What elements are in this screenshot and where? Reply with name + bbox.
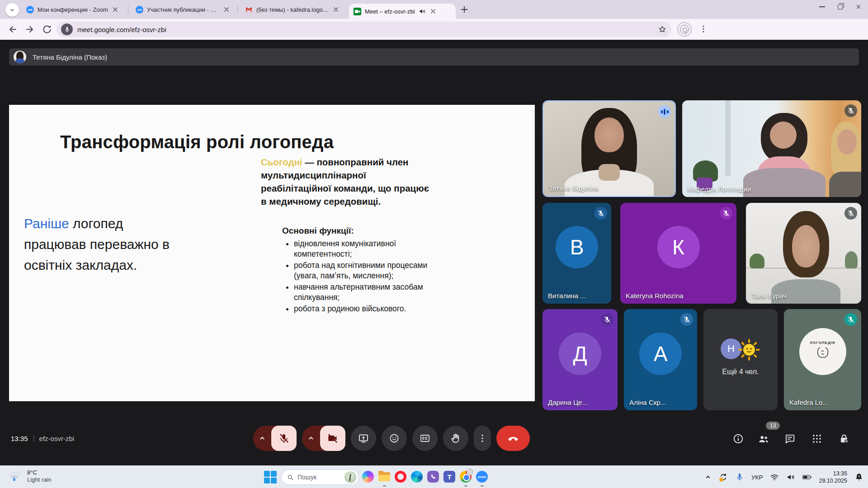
mic-off-icon — [844, 313, 857, 326]
close-tab-icon[interactable] — [429, 8, 437, 15]
raise-hand-button[interactable] — [443, 426, 468, 451]
participant-tile-more-people[interactable]: Н Ещё 4 чел. — [703, 309, 778, 410]
info-icon — [732, 433, 744, 445]
tab-meet-active[interactable]: Meet – efz-osvr-zbi — [349, 4, 456, 19]
sync-tray-icon[interactable] — [719, 473, 728, 482]
battery-icon[interactable] — [802, 473, 811, 482]
participant-tile-tetyana[interactable]: Тетяна Бідуліна — [542, 100, 676, 197]
copilot-app-icon[interactable] — [362, 470, 374, 483]
browser-profile-avatar[interactable] — [677, 22, 692, 37]
file-explorer-app-icon[interactable] — [378, 470, 391, 483]
participant-tile-vitalina[interactable]: В Виталина ... — [542, 203, 611, 304]
participant-tile-tanya[interactable]: Таня Курач — [746, 203, 861, 304]
tab-gmail[interactable]: (без темы) - kafedra.logo.sspu2 — [241, 0, 344, 19]
close-window-button[interactable] — [855, 4, 862, 10]
weather-temperature: 8°C — [27, 469, 51, 476]
sun-avatar-icon — [738, 338, 760, 361]
restore-button[interactable] — [838, 5, 843, 9]
slide-right-text: Сьогодні — повноправний член мультидисци… — [261, 155, 432, 208]
screen: { "browser": { "tabs": [ { "title": "Мои… — [0, 0, 868, 488]
participant-tile-alina[interactable]: А Аліна Скр... — [624, 309, 697, 410]
svg-text:z: z — [858, 474, 860, 478]
function-item: відновлення комунікативної компетентност… — [294, 239, 434, 259]
back-button[interactable] — [7, 24, 18, 35]
edge-app-icon[interactable] — [410, 470, 423, 483]
avatar: К — [657, 226, 700, 268]
url-text[interactable]: meet.google.com/efz-osvr-zbi — [77, 26, 166, 33]
browser-toolbar: meet.google.com/efz-osvr-zbi — [0, 19, 868, 40]
clock[interactable]: 13:35 29.10.2025 — [819, 470, 847, 484]
mic-muted-button[interactable] — [271, 426, 297, 451]
start-button[interactable] — [264, 470, 277, 484]
slide-functions-list: відновлення комунікативної компетентност… — [294, 239, 434, 315]
participants-button[interactable] — [754, 429, 773, 448]
reload-button[interactable] — [42, 24, 52, 35]
tab-separator — [128, 5, 128, 14]
participant-tile-daryna[interactable]: Д Дарина Це... — [542, 309, 618, 410]
browser-tab-bar: zm Мои конференции - Zoom zm Участник пу… — [0, 0, 868, 19]
stacked-avatars: Н — [721, 338, 760, 361]
chevron-up-icon — [258, 434, 266, 442]
mic-off-icon — [844, 104, 857, 117]
taskbar-search[interactable]: Пошук — [281, 469, 359, 485]
participant-tile-kafedra-logo[interactable]: ЛОГОПЕДІЯ Kafedra Lo... — [784, 309, 861, 410]
more-options-button[interactable] — [474, 426, 491, 451]
chat-button[interactable] — [780, 429, 799, 448]
function-item: робота над когнітивними процесами (увага… — [294, 260, 434, 281]
browser-menu-icon[interactable] — [698, 24, 708, 34]
logo-avatar: ЛОГОПЕДІЯ — [799, 328, 846, 375]
zoom-app-icon[interactable]: zoom — [476, 470, 488, 483]
participant-name: Виталина ... — [548, 292, 586, 300]
volume-icon[interactable] — [786, 473, 795, 482]
address-bar[interactable]: meet.google.com/efz-osvr-zbi — [57, 22, 671, 37]
tab-title: Участник публикации - Zoom — [147, 6, 219, 13]
weather-widget[interactable]: 8°C Light rain — [7, 468, 51, 484]
call-controls — [253, 426, 530, 451]
gmail-favicon — [245, 6, 253, 14]
tab-audio-icon[interactable] — [419, 8, 426, 15]
slide-left-text: Раніше логопед працював переважно в осві… — [24, 213, 180, 276]
avatar: Д — [559, 333, 601, 375]
mic-in-use-indicator[interactable] — [61, 23, 73, 35]
captions-button[interactable] — [412, 426, 438, 451]
activities-button[interactable] — [807, 429, 826, 448]
close-tab-icon[interactable] — [332, 6, 340, 13]
close-tab-icon[interactable] — [112, 6, 119, 13]
notifications-bell-icon[interactable]: z — [854, 473, 863, 482]
bookmark-star-icon[interactable] — [658, 25, 667, 34]
participant-tile-kafedra-logopedii[interactable]: Кафедра Логопедии — [682, 100, 861, 197]
meeting-details-button[interactable] — [729, 429, 748, 448]
keyboard-language[interactable]: УКР — [751, 474, 763, 481]
wifi-icon[interactable] — [770, 473, 779, 482]
close-tab-icon[interactable] — [223, 6, 230, 13]
microphone-tray-icon[interactable] — [735, 473, 744, 482]
end-call-button[interactable] — [496, 426, 530, 451]
slide-title: Трансформація ролі логопеда — [60, 132, 334, 152]
grid-icon — [811, 433, 823, 445]
minimize-button[interactable] — [819, 6, 825, 7]
search-icon — [287, 474, 294, 481]
camera-off-button[interactable] — [320, 426, 345, 451]
tray-time: 13:35 — [819, 470, 847, 477]
mic-off-icon — [720, 207, 732, 220]
participant-tile-kateryna[interactable]: К Kateryna Rohozina — [620, 203, 736, 304]
tab-zoom-participant[interactable]: zm Участник публикации - Zoom — [131, 0, 235, 19]
reactions-button[interactable] — [382, 426, 407, 451]
new-tab-button[interactable] — [459, 5, 469, 14]
viber-app-icon[interactable] — [427, 470, 439, 483]
smiley-icon — [389, 433, 400, 444]
participant-name: Kateryna Rohozina — [626, 292, 684, 300]
windows-taskbar: 8°C Light rain Пошук T zoom УКР 13:35 29… — [0, 465, 868, 488]
opera-app-icon[interactable] — [394, 470, 407, 483]
search-highlight-image[interactable] — [344, 471, 356, 483]
tab-zoom-conferences[interactable]: zm Мои конференции - Zoom — [22, 0, 126, 19]
teams-app-icon[interactable]: T — [443, 470, 456, 483]
forward-button[interactable] — [24, 24, 35, 35]
host-controls-button[interactable] — [835, 429, 854, 448]
tab-list-chevron[interactable] — [5, 3, 19, 17]
mic-off-icon — [680, 313, 693, 326]
participant-name: Кафедра Логопедии — [688, 185, 751, 193]
present-screen-button[interactable] — [351, 426, 376, 451]
tray-overflow-chevron[interactable] — [704, 474, 712, 481]
chrome-app-icon[interactable] — [459, 470, 472, 483]
